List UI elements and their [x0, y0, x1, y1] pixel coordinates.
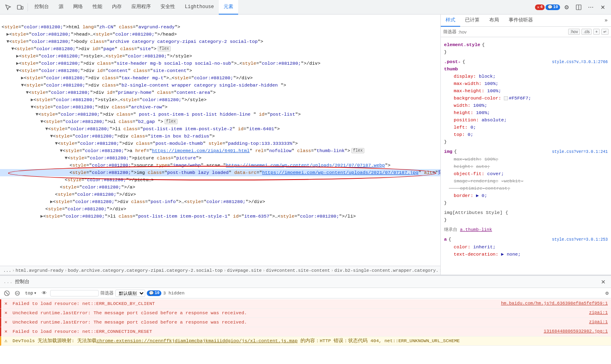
html-line[interactable]: ▼<style="color:#881280;">div class="arch…	[0, 104, 440, 111]
breadcrumb-item[interactable]: body.archive.category.category-zipai.cat…	[68, 268, 223, 273]
console-content: ✕Failed to load resource: net::ERR_BLOCK…	[0, 298, 611, 364]
post-thumb-rule: .post-thumb { style.css?v…=3.0.1:2766 di…	[444, 58, 608, 146]
style-source-link[interactable]: style.css?ver=3.0.1:253	[552, 236, 608, 243]
toolbar-right: ✕4 💬10 ⚙ ⋯ ✕	[535, 2, 609, 13]
html-line[interactable]: ▶<style="color:#881280;">div class="post…	[0, 198, 440, 205]
breadcrumb-item[interactable]: ...	[3, 268, 11, 273]
flex-badge[interactable]: flex	[158, 46, 171, 51]
filter-hov-button[interactable]: :hov	[568, 29, 580, 35]
breadcrumb-item[interactable]: div#page.site	[227, 268, 262, 273]
breadcrumb-bar: ... › html.avgrund-ready › body.archive.…	[0, 266, 440, 275]
settings-button[interactable]: ⚙	[561, 2, 572, 13]
tab-layout[interactable]: 布局	[484, 15, 504, 27]
toolbar-separator	[27, 3, 28, 11]
html-line[interactable]: <style="color:#881280;">/pictu…>	[0, 176, 440, 184]
html-line[interactable]: ▼<style="color:#881280;">div id="page" c…	[0, 45, 440, 53]
styles-content[interactable]: element.style { } .post-thumb { style.cs…	[441, 37, 611, 275]
elements-content[interactable]: <style="color:#881280;">html lang="zh-CN…	[0, 15, 440, 266]
html-line[interactable]: ▶<style="color:#881280;">li class="post-…	[0, 213, 440, 220]
tab-computed[interactable]: 已计算	[460, 15, 484, 27]
panels-row: <style="color:#881280;">html lang="zh-CN…	[0, 15, 611, 275]
html-line[interactable]: <style="color:#881280;">img class="post-…	[0, 169, 440, 176]
html-line[interactable]: ▶<style="color:#881280;">div class="tax-…	[0, 74, 440, 82]
close-button[interactable]: ✕	[597, 2, 609, 13]
html-line[interactable]: <style="color:#881280;">/div>	[0, 191, 440, 198]
html-line[interactable]: ▼<style="color:#881280;">div class=" pos…	[0, 111, 440, 118]
html-line[interactable]	[0, 16, 440, 23]
tab-network[interactable]: 网络	[68, 0, 88, 15]
context-selector[interactable]: top ▾	[23, 290, 38, 296]
html-line[interactable]: ▼<style="color:#881280;">li class="post-…	[0, 125, 440, 133]
cursor-icon[interactable]	[2, 2, 14, 13]
style-source-link[interactable]: style.css?v…=3.0.1:2766	[552, 59, 608, 66]
console-source-link[interactable]: 131684488065932982.jpg:1	[544, 328, 608, 335]
flex-badge[interactable]: flex	[165, 119, 178, 124]
tab-lighthouse[interactable]: Lighthouse	[180, 0, 219, 15]
hidden-count: 3 hidden	[163, 291, 184, 296]
html-line[interactable]: <style="color:#881280;">/div>	[0, 205, 440, 213]
html-line[interactable]: ▼<style="color:#881280;">div id="primary…	[0, 89, 440, 96]
filter-plus-button[interactable]: +	[593, 29, 600, 35]
tab-performance[interactable]: 性能	[88, 0, 107, 15]
style-selector: img	[444, 148, 452, 155]
style-source-link[interactable]: style.css?ver=3.0.1:241	[552, 148, 608, 156]
color-swatch[interactable]	[504, 96, 508, 100]
console-filter-input[interactable]	[50, 290, 99, 296]
inherited-link[interactable]: a.thumb-link	[460, 227, 492, 232]
tab-sources[interactable]: 源	[54, 0, 68, 15]
console-settings-icon[interactable]: ⚙	[605, 290, 609, 296]
html-line[interactable]: ▼<style="color:#881280;">ul class="b2_ga…	[0, 118, 440, 125]
style-selector: element.style	[444, 41, 480, 49]
html-line[interactable]: ▶<style="color:#881280;">style>…<style="…	[0, 96, 440, 104]
tab-console[interactable]: 控制台	[30, 0, 54, 15]
console-link[interactable]: chrome-extension://ncennffkjdiamlpmcbajk…	[97, 338, 298, 343]
tab-event-listeners[interactable]: 事件侦听器	[504, 15, 538, 27]
error-icon: ✕	[4, 310, 11, 317]
tab-application[interactable]: 应用程序	[127, 0, 156, 15]
tab-memory[interactable]: 内存	[107, 0, 127, 15]
html-line[interactable]: ▼<style="color:#881280;">div id="content…	[0, 67, 440, 74]
html-line[interactable]: ▶<style="color:#881280;">div class="site…	[0, 60, 440, 67]
console-source-link[interactable]: zipai:1	[589, 319, 608, 326]
img-attr-style-rule: img[Attributes Style] { }	[444, 209, 608, 224]
html-line[interactable]: <style="color:#881280;">source type="ima…	[0, 162, 440, 169]
more-button[interactable]: ⋯	[585, 2, 596, 13]
tab-security[interactable]: 安全性	[156, 0, 180, 15]
html-line[interactable]: ▼<style="color:#881280;">div class="post…	[0, 140, 440, 147]
html-line[interactable]: <style="color:#881280;">/a>	[0, 184, 440, 191]
dock-button[interactable]	[573, 2, 584, 13]
html-line[interactable]: ▼<style="color:#881280;">body class="arc…	[0, 38, 440, 45]
html-line[interactable]: <style="color:#881280;">html lang="zh-CN…	[0, 23, 440, 31]
console-message: ✕Failed to load resource: net::ERR_CONNE…	[0, 327, 611, 336]
html-line[interactable]: ▼<style="color:#881280;">a href="https:/…	[0, 147, 440, 154]
device-toolbar-icon[interactable]	[15, 2, 26, 13]
html-line[interactable]: ▼<style="color:#881280;">picture class="…	[0, 154, 440, 162]
html-line[interactable]: ▶<style="color:#881280;">head>…<style="c…	[0, 31, 440, 38]
filter-arrow-button[interactable]: ↵	[601, 29, 609, 35]
console-source-link[interactable]: hm.baidu.com/hm.js?d…636398ef8a5fef959:1	[501, 300, 608, 307]
flex-badge[interactable]: flex	[351, 148, 364, 153]
stop-recording-button[interactable]	[13, 289, 22, 298]
error-icon: ✕	[4, 301, 11, 307]
eye-button[interactable]: 👁	[40, 289, 49, 298]
filter-cls-button[interactable]: .cls	[581, 29, 592, 35]
html-line[interactable]: ▶<style="color:#881280;">style>…<style="…	[0, 53, 440, 60]
chevron-right-icon[interactable]: »	[601, 16, 611, 25]
dots-menu[interactable]: ...	[3, 279, 13, 285]
breadcrumb-item[interactable]: html.avgrund-ready	[15, 268, 63, 273]
breadcrumb-item[interactable]: div#content.site-content	[266, 268, 330, 273]
tab-styles[interactable]: 样式	[441, 15, 460, 27]
styles-filter-input[interactable]	[458, 30, 567, 34]
console-clear-button[interactable]	[2, 289, 11, 298]
html-line[interactable]: ▼<style="color:#881280;">div class="b2-s…	[0, 82, 440, 89]
warning-icon: ⚠	[4, 338, 11, 345]
log-level-select[interactable]: 默认级别	[115, 290, 145, 297]
tab-elements[interactable]: 元素	[219, 0, 238, 15]
breadcrumb-item[interactable]: div.b2-single-content.wrapper.category.	[334, 268, 438, 273]
console-close-button[interactable]: ✕	[599, 277, 608, 286]
html-line[interactable]: ▼<style="color:#881280;">div class="item…	[0, 133, 440, 140]
top-toolbar: 控制台 源 网络 性能 内存 应用程序 安全性 Lighthouse 元素 ✕4…	[0, 0, 611, 15]
message-badge: 💬10	[545, 4, 560, 10]
console-source-link[interactable]: zipai:1	[589, 309, 608, 316]
console-message-badge: 💬10	[147, 290, 161, 296]
